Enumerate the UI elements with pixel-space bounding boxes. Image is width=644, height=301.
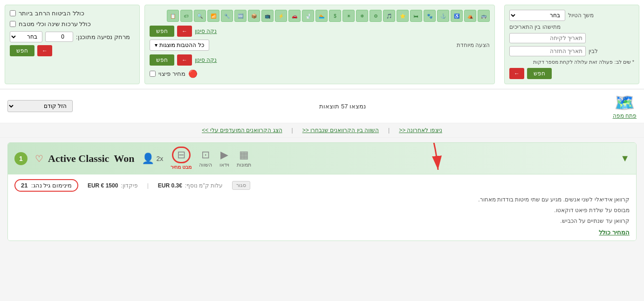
route-select[interactable]: בחר: [509, 10, 565, 21]
price-checkbox[interactable]: [150, 71, 156, 77]
icon-music[interactable]: 🎵: [383, 10, 395, 22]
card-body: סגור עלות ק"מ נוסף: EUR 0.3€ | פיקדון: 1…: [8, 174, 636, 241]
note-text: * שים לב: פעולה זאת עלולה לקחת מספר דקות: [509, 59, 634, 65]
icon-new[interactable]: 🆕: [234, 10, 247, 22]
dropdown-arrow-icon: ▾: [155, 42, 158, 48]
video-icon: ▶: [220, 149, 228, 161]
min-age-badge: מינימום גיל נהג: 21: [14, 179, 78, 192]
icon-bed[interactable]: 🛏: [410, 10, 422, 22]
icon-car[interactable]: 🚗: [288, 10, 301, 22]
icon-box[interactable]: 📦: [248, 10, 260, 22]
card-title-area: Won Active Classic ♡: [35, 153, 134, 165]
bed-kit-label: כולל ערכות שינה וכלי מטבח: [19, 20, 91, 27]
distance-input[interactable]: [45, 32, 73, 42]
all-offers-dropdown[interactable]: כל ההטבות מוצגות ▾: [150, 40, 209, 51]
price-icon: ⊟: [177, 149, 185, 161]
icon-paw[interactable]: 🐾: [424, 10, 436, 22]
fire-icon: 🔴: [188, 69, 198, 78]
center-search-row2: נקה סינון ← חפש: [150, 54, 490, 66]
icon-bus[interactable]: 🚌: [478, 10, 490, 22]
open-map-link[interactable]: פתח מפה: [613, 113, 637, 119]
map-icon: 🗺️: [613, 93, 637, 113]
person-count-value: 2x: [156, 155, 163, 162]
deposit-label: פיקדון:: [121, 182, 137, 189]
icon-sun[interactable]: ☀: [343, 10, 355, 22]
icon-tool[interactable]: 🔧: [221, 10, 233, 22]
bed-kit-row: כולל ערכות שינה וכלי מטבח: [10, 20, 135, 27]
photos-action[interactable]: ▦ תמונות: [237, 149, 251, 168]
icon-wifi[interactable]: 📶: [207, 10, 219, 22]
nav-recent-link[interactable]: ניצפו לאחרונה <<: [399, 127, 442, 134]
card-details-row: סגור עלות ק"מ נוסף: EUR 0.3€ | פיקדון: 1…: [14, 179, 630, 192]
closed-tag: סגור: [232, 181, 250, 190]
details-separator: |: [147, 182, 149, 189]
clear-filter-link1[interactable]: נקה סינון: [195, 28, 217, 34]
extra-km-label: עלות ק"מ נוסף:: [185, 182, 223, 189]
price-action[interactable]: ⊟ מבט מחיר: [171, 147, 192, 170]
heart-icon[interactable]: ♡: [35, 153, 43, 164]
person-icon: 👤: [142, 153, 154, 165]
right-search-panel: כולל הביטוח הרחב ביותר כולל ערכות שינה ו…: [5, 5, 140, 84]
compare-action[interactable]: ⊡ השווה: [199, 149, 212, 168]
icon-bolt[interactable]: ⚡: [275, 10, 287, 22]
video-label: וידאו: [219, 162, 229, 168]
center-search-btn2[interactable]: חפש: [150, 54, 174, 66]
result-card-1: ▼ ▦ תמונות ▶ וידאו ⊡ השווה ⊟ מבט מח: [7, 142, 637, 241]
total-price-link[interactable]: המחיר כולל: [14, 229, 630, 236]
nav-favorites-link[interactable]: הצג הקרוואנים המועדפים עלי >>: [202, 127, 282, 134]
extra-km-value: EUR 0.3€: [158, 182, 182, 189]
distance-row: מרחק נסיעה מתוכנן: בחר: [10, 31, 135, 42]
price-checkbox-row: 🔴 מחיר פיצוי: [150, 69, 490, 78]
right-search-button[interactable]: חפש: [10, 45, 34, 56]
icon-wheelchair[interactable]: ♿: [451, 10, 463, 22]
center-search-btn1[interactable]: חפש: [150, 26, 174, 37]
icon-snow[interactable]: ❄: [356, 10, 368, 22]
right-back-button[interactable]: ←: [37, 45, 52, 56]
icon-dollar[interactable]: $: [329, 10, 341, 22]
nav-separator1: |: [388, 127, 390, 134]
icon-extra3[interactable]: 📋: [167, 10, 179, 22]
bed-kit-checkbox[interactable]: [10, 21, 16, 27]
expand-button[interactable]: ▼: [620, 153, 630, 164]
icon-settings[interactable]: ⚙: [370, 10, 382, 22]
description-line-2: מבוסס על שלדת פיאט דוקאטו.: [14, 206, 630, 215]
sort-select[interactable]: הזל קודם: [7, 100, 73, 112]
min-age-value: 21: [21, 182, 27, 189]
icon-tent[interactable]: ⛺: [464, 10, 476, 22]
extended-insurance-label: כולל הביטוח הרחב ביותר: [19, 10, 84, 17]
center-back-btn2[interactable]: ←: [177, 54, 192, 66]
end-date-input[interactable]: [509, 46, 586, 56]
extended-insurance-row: כולל הביטוח הרחב ביותר: [10, 10, 135, 17]
center-search-panel: 🚌 ⛺ ♿ ⚓ 🐾 🛏 ⭐ 🎵 ⚙ ❄ ☀ $ 🏊 🚽 🚗 ⚡ 📺 📦 🆕 🔧 …: [144, 5, 495, 84]
icon-extra1[interactable]: 🔍: [194, 10, 206, 22]
left-search-button[interactable]: חפש: [527, 68, 552, 79]
clear-filter-link2[interactable]: נקה סינון: [195, 57, 217, 63]
center-back-btn1[interactable]: ←: [177, 26, 192, 37]
icon-wc[interactable]: 🚽: [302, 10, 314, 22]
icon-swim[interactable]: 🏊: [315, 10, 328, 22]
card-actions: ▦ תמונות ▶ וידאו ⊡ השווה ⊟ מבט מחיר: [14, 147, 251, 170]
distance-unit-select[interactable]: בחר: [10, 31, 42, 42]
min-age-label: מינימום גיל נהג:: [31, 182, 72, 189]
navigation-links: ניצפו לאחרונה << | השווה בין הקרוואנים ש…: [0, 123, 644, 138]
card-title: Active Classic: [48, 153, 109, 165]
price-action-circle: ⊟: [172, 147, 191, 163]
results-count: נמצאו 57 תוצאות: [319, 103, 366, 110]
extended-insurance-checkbox[interactable]: [10, 10, 16, 16]
start-date-input[interactable]: [509, 33, 586, 43]
deposit-value: 1500 € EUR: [88, 182, 118, 189]
icon-star[interactable]: ⭐: [397, 10, 409, 22]
deposit-block: פיקדון: 1500 € EUR: [88, 182, 138, 189]
photos-icon: ▦: [239, 149, 249, 161]
price-label: מחיר פיצוי: [158, 70, 185, 77]
nav-compare-link[interactable]: השווה בין הקרוואנים שנבחרו <<: [302, 127, 379, 134]
icon-anchor[interactable]: ⚓: [437, 10, 449, 22]
card-title-won: Won: [114, 153, 134, 165]
nav-separator2: |: [292, 127, 293, 134]
left-back-button[interactable]: ←: [509, 68, 524, 79]
distance-label: מרחק נסיעה מתוכנן:: [76, 33, 130, 40]
results-bar: 🗺️ פתח מפה נמצאו 57 תוצאות הזל קודם: [0, 89, 644, 123]
video-action[interactable]: ▶ וידאו: [219, 149, 229, 168]
icon-extra2[interactable]: 🏷: [180, 10, 192, 22]
icon-tv[interactable]: 📺: [261, 10, 274, 22]
